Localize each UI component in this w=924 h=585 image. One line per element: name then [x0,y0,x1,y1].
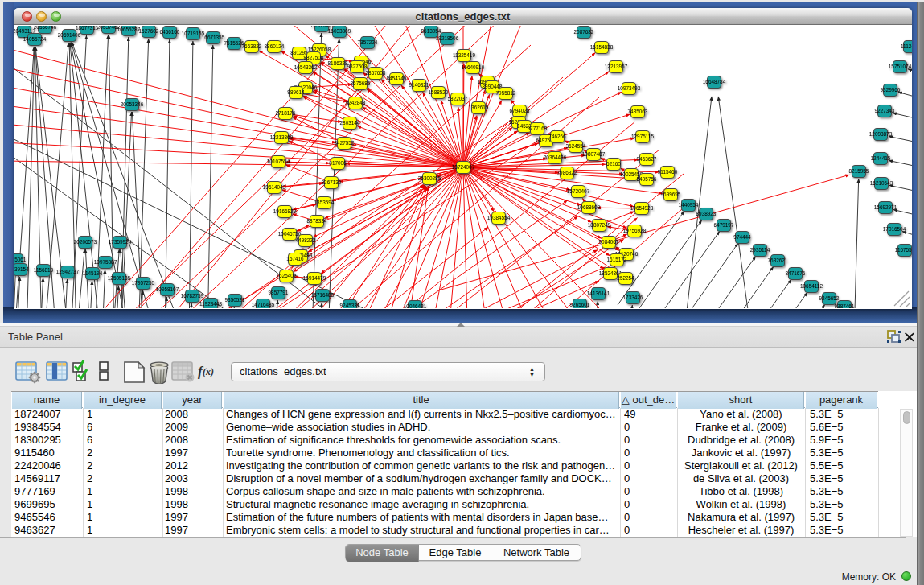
svg-text:20691406: 20691406 [58,32,81,38]
svg-text:9242848: 9242848 [346,100,366,105]
svg-text:9350521: 9350521 [225,297,245,303]
svg-text:16640910: 16640910 [462,64,485,70]
svg-text:8535061: 8535061 [14,257,27,262]
svg-text:16033809: 16033809 [328,28,351,34]
svg-text:1112472: 1112472 [901,43,912,49]
svg-text:62160: 62160 [606,161,621,167]
svg-text:12505135: 12505135 [108,275,131,281]
svg-text:10046756: 10046756 [278,231,302,237]
svg-text:2087682: 2087682 [574,29,594,35]
svg-text:5495756: 5495756 [637,176,657,182]
svg-text:16543362: 16543362 [294,64,318,70]
svg-text:17957255: 17957255 [132,280,155,286]
svg-text:3624554: 3624554 [566,143,586,149]
svg-text:9084067: 9084067 [599,239,619,245]
svg-text:6794028: 6794028 [510,108,530,113]
svg-text:974444: 974444 [733,234,751,240]
svg-text:19654923: 19654923 [630,205,654,211]
svg-text:6479197: 6479197 [714,222,734,228]
svg-text:17359924: 17359924 [109,239,132,245]
svg-text:9699695: 9699695 [661,192,681,197]
svg-text:9265601: 9265601 [570,302,590,307]
svg-text:(x): (x) [203,366,214,377]
svg-text:7663822: 7663822 [242,43,262,49]
svg-text:1733426: 1733426 [623,295,643,300]
svg-text:15751074: 15751074 [889,64,912,69]
svg-text:989614: 989614 [287,89,305,95]
svg-text:14716485: 14716485 [252,302,275,307]
svg-text:8613054: 8613054 [421,28,441,34]
svg-text:16782759: 16782759 [181,293,204,299]
svg-text:18807249: 18807249 [588,222,611,228]
svg-text:7485063: 7485063 [628,109,648,114]
svg-text:19614043: 19614043 [263,184,286,190]
svg-text:10046421: 10046421 [404,303,427,308]
svg-text:16914479: 16914479 [303,275,326,281]
svg-text:16671355: 16671355 [202,35,225,40]
svg-text:9146821: 9146821 [409,82,429,88]
svg-text:9857791: 9857791 [269,290,289,295]
svg-text:1156819: 1156819 [34,267,54,273]
svg-text:7625402: 7625402 [277,273,297,278]
svg-text:15716485: 15716485 [311,292,335,298]
svg-text:2803144: 2803144 [340,120,360,126]
svg-text:252254: 252254 [617,275,634,281]
svg-text:10654112: 10654112 [800,283,823,289]
svg-text:12213967: 12213967 [605,64,628,69]
svg-text:3675685: 3675685 [351,80,371,86]
svg-text:20556746: 20556746 [34,26,57,30]
svg-text:19384554: 19384554 [487,215,511,220]
svg-text:20364436: 20364436 [544,154,567,160]
svg-text:19756928: 19756928 [623,228,647,233]
svg-text:746266: 746266 [548,134,566,139]
svg-text:11923448: 11923448 [199,301,222,307]
svg-text:2935114: 2935114 [750,247,770,253]
svg-text:9245652: 9245652 [819,295,840,301]
svg-text:1353594: 1353594 [314,200,335,205]
svg-text:10958107: 10958107 [156,286,179,292]
svg-text:20206573: 20206573 [74,239,97,245]
svg-text:9115460: 9115460 [658,169,678,175]
svg-text:16210643: 16210643 [870,180,893,186]
svg-text:5822037: 5822037 [448,96,468,101]
svg-text:9245331: 9245331 [340,303,360,308]
svg-text:817006: 817006 [329,160,347,166]
svg-text:19166829: 19166829 [273,208,297,214]
svg-text:12093873: 12093873 [869,131,893,137]
svg-text:4498222: 4498222 [296,237,316,243]
svg-text:15692971: 15692971 [874,204,897,210]
svg-text:9329966: 9329966 [881,87,901,93]
svg-text:9387461: 9387461 [835,303,855,308]
svg-text:8427552: 8427552 [335,140,355,146]
svg-text:9463627: 9463627 [637,156,657,162]
svg-text:10107554: 10107554 [267,159,290,164]
svg-text:2718176: 2718176 [276,110,296,116]
svg-text:18724007: 18724007 [452,164,475,170]
svg-text:9327508: 9327508 [347,64,368,69]
svg-text:8860124: 8860124 [265,43,285,49]
svg-text:10975887: 10975887 [94,259,117,265]
svg-text:9227343: 9227343 [875,108,895,113]
svg-text:7357224: 7357224 [358,39,378,45]
svg-text:8454749: 8454749 [387,76,407,81]
svg-text:10807487: 10807487 [582,151,606,157]
svg-text:15720407: 15720407 [567,188,590,194]
svg-text:7986322: 7986322 [557,170,577,175]
svg-text:25300285: 25300285 [418,175,441,181]
svg-text:939154: 939154 [14,266,29,272]
svg-text:10973493: 10973493 [618,85,641,91]
svg-text:1527602: 1527602 [139,28,159,34]
svg-text:16648784: 16648784 [703,79,726,84]
svg-text:8471676: 8471676 [786,270,806,276]
svg-text:7632621: 7632621 [768,257,788,263]
svg-text:157416: 157416 [286,256,304,262]
svg-text:1167551: 1167551 [895,247,912,253]
svg-text:7955812: 7955812 [496,90,516,96]
svg-text:12213369: 12213369 [270,134,294,140]
svg-text:1145194: 1145194 [83,270,103,276]
svg-text:8267130: 8267130 [322,179,342,185]
svg-text:2867608: 2867608 [366,70,386,76]
svg-text:14055724: 14055724 [23,36,47,42]
svg-text:11325419: 11325419 [453,52,475,58]
svg-text:1588520: 1588520 [429,89,449,95]
